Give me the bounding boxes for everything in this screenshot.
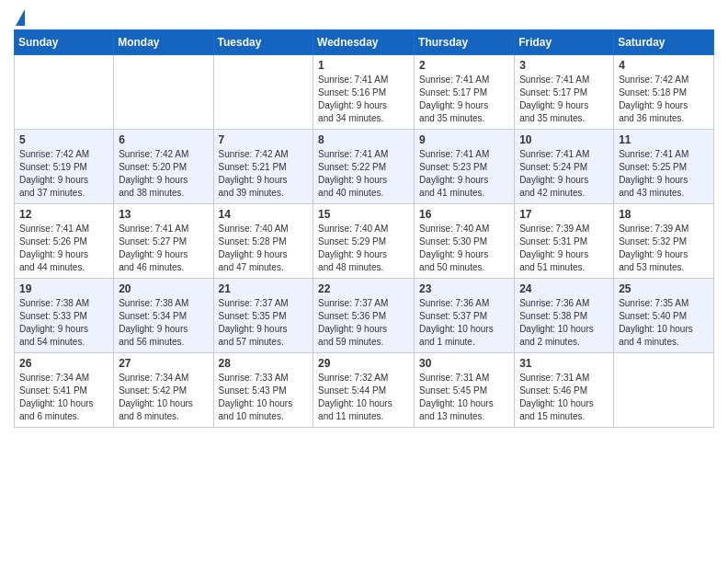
day-content: Sunrise: 7:41 AM Sunset: 5:16 PM Dayligh…	[318, 74, 409, 125]
calendar-cell: 28Sunrise: 7:33 AM Sunset: 5:43 PM Dayli…	[213, 353, 313, 428]
day-number: 24	[519, 282, 609, 295]
calendar-table: SundayMondayTuesdayWednesdayThursdayFrid…	[14, 29, 714, 428]
day-number: 17	[519, 208, 609, 221]
calendar-cell: 31Sunrise: 7:31 AM Sunset: 5:46 PM Dayli…	[515, 353, 614, 428]
day-content: Sunrise: 7:34 AM Sunset: 5:41 PM Dayligh…	[19, 372, 108, 423]
weekday-header-thursday: Thursday	[415, 30, 515, 55]
calendar-cell: 23Sunrise: 7:36 AM Sunset: 5:37 PM Dayli…	[415, 279, 515, 353]
logo	[14, 9, 25, 22]
day-number: 10	[519, 133, 609, 146]
calendar-cell: 27Sunrise: 7:34 AM Sunset: 5:42 PM Dayli…	[114, 353, 213, 428]
calendar-cell: 14Sunrise: 7:40 AM Sunset: 5:28 PM Dayli…	[213, 204, 313, 279]
calendar-cell	[213, 55, 313, 130]
day-content: Sunrise: 7:35 AM Sunset: 5:40 PM Dayligh…	[619, 297, 709, 349]
calendar-cell: 16Sunrise: 7:40 AM Sunset: 5:30 PM Dayli…	[415, 204, 515, 279]
week-row-2: 5Sunrise: 7:42 AM Sunset: 5:19 PM Daylig…	[15, 130, 714, 204]
day-content: Sunrise: 7:42 AM Sunset: 5:19 PM Dayligh…	[19, 148, 108, 200]
day-content: Sunrise: 7:41 AM Sunset: 5:26 PM Dayligh…	[19, 223, 108, 274]
calendar-cell	[114, 55, 213, 130]
day-number: 11	[619, 133, 709, 146]
week-row-4: 19Sunrise: 7:38 AM Sunset: 5:33 PM Dayli…	[15, 279, 714, 353]
day-number: 13	[119, 208, 208, 221]
day-content: Sunrise: 7:32 AM Sunset: 5:44 PM Dayligh…	[318, 372, 409, 423]
header	[14, 9, 714, 22]
day-number: 22	[318, 282, 409, 295]
weekday-header-wednesday: Wednesday	[313, 30, 415, 55]
calendar-cell	[15, 55, 114, 130]
day-number: 15	[318, 208, 409, 221]
day-number: 28	[219, 357, 309, 370]
weekday-header-tuesday: Tuesday	[213, 30, 313, 55]
day-number: 9	[419, 133, 509, 146]
day-number: 25	[619, 282, 709, 295]
day-content: Sunrise: 7:42 AM Sunset: 5:21 PM Dayligh…	[219, 148, 309, 200]
calendar-cell: 15Sunrise: 7:40 AM Sunset: 5:29 PM Dayli…	[313, 204, 415, 279]
week-row-5: 26Sunrise: 7:34 AM Sunset: 5:41 PM Dayli…	[15, 353, 714, 428]
calendar-cell: 26Sunrise: 7:34 AM Sunset: 5:41 PM Dayli…	[15, 353, 114, 428]
day-number: 27	[119, 357, 208, 370]
day-content: Sunrise: 7:37 AM Sunset: 5:36 PM Dayligh…	[318, 297, 409, 349]
page: SundayMondayTuesdayWednesdayThursdayFrid…	[0, 0, 728, 563]
calendar-cell: 13Sunrise: 7:41 AM Sunset: 5:27 PM Dayli…	[114, 204, 213, 279]
calendar-cell: 5Sunrise: 7:42 AM Sunset: 5:19 PM Daylig…	[15, 130, 114, 204]
day-number: 29	[318, 357, 409, 370]
calendar-cell: 10Sunrise: 7:41 AM Sunset: 5:24 PM Dayli…	[515, 130, 614, 204]
day-number: 23	[419, 282, 509, 295]
day-number: 16	[419, 208, 509, 221]
calendar-cell: 6Sunrise: 7:42 AM Sunset: 5:20 PM Daylig…	[114, 130, 213, 204]
calendar-cell: 24Sunrise: 7:36 AM Sunset: 5:38 PM Dayli…	[515, 279, 614, 353]
day-content: Sunrise: 7:40 AM Sunset: 5:30 PM Dayligh…	[419, 223, 509, 274]
calendar-cell: 2Sunrise: 7:41 AM Sunset: 5:17 PM Daylig…	[415, 55, 515, 130]
day-number: 20	[119, 282, 208, 295]
week-row-1: 1Sunrise: 7:41 AM Sunset: 5:16 PM Daylig…	[15, 55, 714, 130]
logo-triangle-icon	[16, 9, 25, 26]
day-content: Sunrise: 7:36 AM Sunset: 5:38 PM Dayligh…	[519, 297, 609, 349]
day-number: 26	[19, 357, 108, 370]
calendar-cell: 21Sunrise: 7:37 AM Sunset: 5:35 PM Dayli…	[213, 279, 313, 353]
day-content: Sunrise: 7:37 AM Sunset: 5:35 PM Dayligh…	[219, 297, 309, 349]
calendar-cell: 4Sunrise: 7:42 AM Sunset: 5:18 PM Daylig…	[614, 55, 714, 130]
calendar-cell: 19Sunrise: 7:38 AM Sunset: 5:33 PM Dayli…	[15, 279, 114, 353]
day-content: Sunrise: 7:41 AM Sunset: 5:17 PM Dayligh…	[419, 74, 509, 125]
calendar-cell: 25Sunrise: 7:35 AM Sunset: 5:40 PM Dayli…	[614, 279, 714, 353]
day-number: 21	[219, 282, 309, 295]
calendar-cell: 17Sunrise: 7:39 AM Sunset: 5:31 PM Dayli…	[515, 204, 614, 279]
day-content: Sunrise: 7:34 AM Sunset: 5:42 PM Dayligh…	[119, 372, 208, 423]
day-content: Sunrise: 7:39 AM Sunset: 5:32 PM Dayligh…	[619, 223, 709, 274]
day-number: 7	[219, 133, 309, 146]
day-content: Sunrise: 7:41 AM Sunset: 5:24 PM Dayligh…	[519, 148, 609, 200]
day-content: Sunrise: 7:41 AM Sunset: 5:22 PM Dayligh…	[318, 148, 409, 200]
day-content: Sunrise: 7:31 AM Sunset: 5:46 PM Dayligh…	[519, 372, 609, 423]
day-content: Sunrise: 7:42 AM Sunset: 5:20 PM Dayligh…	[119, 148, 208, 200]
calendar-cell: 22Sunrise: 7:37 AM Sunset: 5:36 PM Dayli…	[313, 279, 415, 353]
calendar-cell: 8Sunrise: 7:41 AM Sunset: 5:22 PM Daylig…	[313, 130, 415, 204]
weekday-header-row: SundayMondayTuesdayWednesdayThursdayFrid…	[15, 30, 714, 55]
weekday-header-friday: Friday	[515, 30, 614, 55]
weekday-header-sunday: Sunday	[15, 30, 114, 55]
day-number: 12	[19, 208, 108, 221]
day-number: 6	[119, 133, 208, 146]
day-number: 31	[519, 357, 609, 370]
day-number: 4	[619, 59, 709, 72]
day-number: 19	[19, 282, 108, 295]
day-number: 2	[419, 59, 509, 72]
calendar-cell: 11Sunrise: 7:41 AM Sunset: 5:25 PM Dayli…	[614, 130, 714, 204]
day-number: 14	[219, 208, 309, 221]
calendar-cell: 30Sunrise: 7:31 AM Sunset: 5:45 PM Dayli…	[415, 353, 515, 428]
day-content: Sunrise: 7:39 AM Sunset: 5:31 PM Dayligh…	[519, 223, 609, 274]
day-content: Sunrise: 7:41 AM Sunset: 5:23 PM Dayligh…	[419, 148, 509, 200]
day-content: Sunrise: 7:36 AM Sunset: 5:37 PM Dayligh…	[419, 297, 509, 349]
calendar-cell: 3Sunrise: 7:41 AM Sunset: 5:17 PM Daylig…	[515, 55, 614, 130]
week-row-3: 12Sunrise: 7:41 AM Sunset: 5:26 PM Dayli…	[15, 204, 714, 279]
calendar-cell: 20Sunrise: 7:38 AM Sunset: 5:34 PM Dayli…	[114, 279, 213, 353]
day-content: Sunrise: 7:41 AM Sunset: 5:17 PM Dayligh…	[519, 74, 609, 125]
day-content: Sunrise: 7:33 AM Sunset: 5:43 PM Dayligh…	[219, 372, 309, 423]
day-content: Sunrise: 7:31 AM Sunset: 5:45 PM Dayligh…	[419, 372, 509, 423]
day-content: Sunrise: 7:40 AM Sunset: 5:28 PM Dayligh…	[219, 223, 309, 274]
day-number: 18	[619, 208, 709, 221]
day-content: Sunrise: 7:38 AM Sunset: 5:33 PM Dayligh…	[19, 297, 108, 349]
day-content: Sunrise: 7:38 AM Sunset: 5:34 PM Dayligh…	[119, 297, 208, 349]
calendar-cell: 9Sunrise: 7:41 AM Sunset: 5:23 PM Daylig…	[415, 130, 515, 204]
day-content: Sunrise: 7:41 AM Sunset: 5:27 PM Dayligh…	[119, 223, 208, 274]
calendar-cell: 29Sunrise: 7:32 AM Sunset: 5:44 PM Dayli…	[313, 353, 415, 428]
